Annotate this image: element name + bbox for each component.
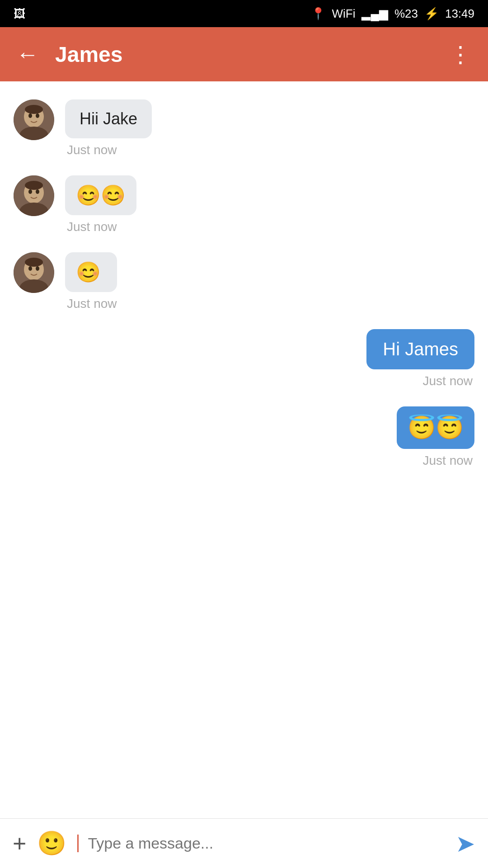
svg-point-5: [25, 105, 43, 114]
message-incoming-2: 😊😊 Just now: [14, 175, 474, 234]
svg-point-11: [25, 181, 43, 190]
svg-point-10: [36, 189, 39, 194]
timestamp-5: Just now: [423, 453, 475, 468]
charging-icon: ⚡: [424, 7, 439, 21]
battery-label: %23: [394, 7, 418, 21]
chat-area: Hii Jake Just now 😊😊 Just now: [0, 81, 488, 818]
bubble-emoji-1: 😊😊: [65, 175, 136, 215]
svg-point-17: [25, 258, 43, 267]
timestamp-2: Just now: [65, 220, 136, 234]
status-photo-icon: 🖼: [14, 7, 25, 21]
avatar-james-3: [14, 252, 54, 293]
message-outgoing-2: 😇😇 Just now: [14, 406, 474, 468]
status-icons: 📍 WiFi ▂▄▆ %23 ⚡ 13:49: [311, 7, 474, 21]
bubble-hii-jake: Hii Jake: [65, 99, 152, 138]
bubble-hi-james: Hi James: [366, 329, 474, 369]
send-button[interactable]: ➤: [455, 830, 475, 857]
emoji-button[interactable]: 🙂: [37, 830, 66, 857]
timestamp-4: Just now: [423, 374, 475, 388]
timestamp-3: Just now: [65, 297, 117, 311]
avatar-james-1: [14, 99, 54, 140]
message-incoming-1: Hii Jake Just now: [14, 99, 474, 157]
message-content-2: 😊😊 Just now: [65, 175, 136, 234]
back-button[interactable]: ←: [16, 41, 39, 67]
chat-title: James: [55, 42, 449, 67]
svg-point-9: [28, 189, 32, 194]
message-outgoing-1: Hi James Just now: [14, 329, 474, 388]
svg-point-16: [36, 266, 39, 271]
timestamp-1: Just now: [65, 143, 152, 157]
location-icon: 📍: [311, 7, 325, 21]
message-content-1: Hii Jake Just now: [65, 99, 152, 157]
more-options-button[interactable]: ⋮: [449, 41, 472, 67]
svg-point-4: [36, 113, 39, 118]
message-input[interactable]: [77, 835, 445, 852]
bubble-angel-emoji: 😇😇: [397, 406, 474, 449]
message-incoming-3: 😊 Just now: [14, 252, 474, 311]
svg-point-15: [28, 266, 32, 271]
time-label: 13:49: [445, 7, 474, 21]
status-bar: 🖼 📍 WiFi ▂▄▆ %23 ⚡ 13:49: [0, 0, 488, 27]
avatar-james-2: [14, 175, 54, 216]
wifi-icon: WiFi: [332, 7, 355, 21]
input-bar: + 🙂 ➤: [0, 818, 488, 868]
app-bar: ← James ⋮: [0, 27, 488, 81]
signal-icon: ▂▄▆: [361, 7, 388, 21]
bubble-emoji-2: 😊: [65, 252, 117, 292]
add-button[interactable]: +: [13, 830, 26, 857]
svg-point-3: [28, 113, 32, 118]
message-content-3: 😊 Just now: [65, 252, 117, 311]
